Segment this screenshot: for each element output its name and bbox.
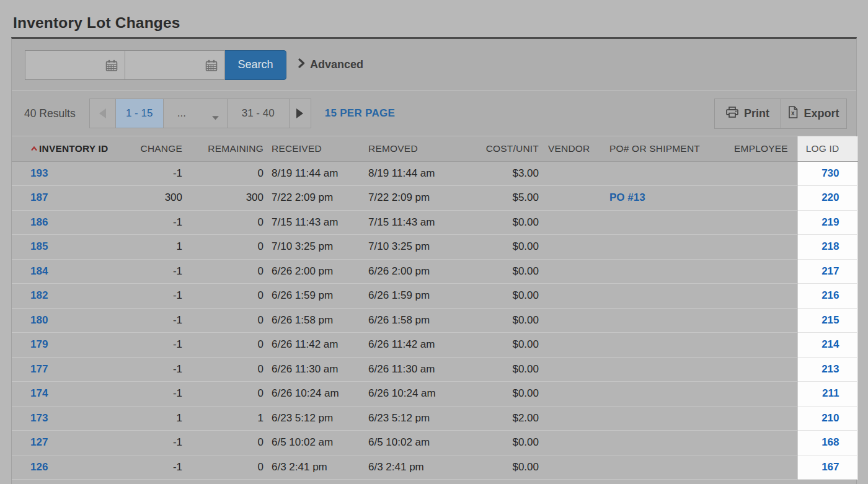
log_id-cell: 214 (797, 333, 857, 358)
svg-text:x: x (791, 110, 795, 117)
log_id-link[interactable]: 216 (822, 289, 839, 301)
inventory_id-link[interactable]: 184 (30, 265, 48, 277)
log_id-link[interactable]: 730 (822, 167, 839, 179)
column-header-vendor[interactable]: VENDOR (546, 136, 605, 161)
po_or_shipment-cell (605, 357, 720, 382)
search-button[interactable]: Search (224, 50, 286, 80)
column-header-removed[interactable]: REMOVED (363, 136, 469, 161)
inventory_id-cell: 186 (12, 210, 125, 235)
log_id-cell: 210 (797, 406, 857, 431)
cost_unit-cell: $0.00 (469, 333, 546, 358)
next-page-button[interactable] (290, 99, 311, 128)
inventory_id-link[interactable]: 179 (30, 338, 48, 350)
inventory_id-link[interactable]: 127 (30, 436, 48, 448)
previous-page-button[interactable] (90, 99, 116, 128)
sort-ascending-caret-icon (30, 143, 38, 154)
column-header-change[interactable]: CHANGE (125, 136, 182, 161)
date-from-input[interactable] (25, 51, 125, 79)
log_id-link[interactable]: 214 (822, 338, 839, 350)
column-header-cost_unit[interactable]: COST/UNIT (469, 136, 546, 161)
cost_unit-cell: $0.00 (469, 382, 546, 407)
page-range-dropdown[interactable]: ... (164, 99, 228, 128)
vendor-cell (546, 284, 605, 309)
advanced-toggle[interactable]: Advanced (298, 58, 363, 71)
log_id-link[interactable]: 220 (822, 191, 839, 203)
removed-cell: 6/26 1:59 pm (363, 284, 469, 309)
vendor-cell (546, 186, 605, 211)
date-to-input[interactable] (125, 51, 224, 79)
log_id-link[interactable]: 219 (822, 216, 839, 228)
employee-cell (720, 308, 797, 333)
column-header-po_or_shipment[interactable]: PO# OR SHIPMENT (605, 136, 720, 161)
triangle-right-icon (296, 108, 303, 118)
remaining-cell: 0 (182, 357, 264, 382)
inventory_id-link[interactable]: 177 (30, 363, 48, 375)
inventory_id-link[interactable]: 180 (30, 314, 48, 326)
table-row: 186-107/15 11:43 am7/15 11:43 am$0.00219 (12, 210, 857, 235)
po_or_shipment-link[interactable]: PO #13 (609, 191, 645, 203)
table-row: 1873003007/22 2:09 pm7/22 2:09 pm$5.00PO… (12, 186, 857, 211)
page-range-last[interactable]: 31 - 40 (228, 99, 290, 128)
log_id-link[interactable]: 218 (822, 240, 839, 252)
column-header-label: INVENTORY ID (39, 143, 108, 154)
table-body: 193-108/19 11:44 am8/19 11:44 am$3.00730… (12, 161, 857, 480)
inventory_id-cell: 177 (12, 357, 125, 382)
inventory_id-cell: 187 (12, 186, 125, 211)
per-page-link[interactable]: 15 PER PAGE (325, 107, 396, 120)
log_id-link[interactable]: 213 (822, 363, 839, 375)
log_id-link[interactable]: 210 (822, 412, 839, 424)
change-cell: 300 (125, 186, 182, 211)
received-cell: 6/26 1:59 pm (264, 284, 363, 309)
column-header-log_id[interactable]: LOG ID (797, 136, 857, 161)
column-header-received[interactable]: RECEIVED (264, 136, 363, 161)
date-to-field[interactable] (125, 50, 225, 80)
inventory_id-link[interactable]: 173 (30, 412, 48, 424)
page-range-current[interactable]: 1 - 15 (116, 99, 164, 128)
inventory_id-link[interactable]: 174 (30, 387, 48, 399)
print-button[interactable]: Print (715, 99, 781, 128)
date-from-field[interactable] (25, 50, 125, 80)
column-header-remaining[interactable]: REMAINING (182, 136, 264, 161)
table-header-row: INVENTORY IDCHANGEREMAININGRECEIVEDREMOV… (12, 136, 857, 161)
log_id-link[interactable]: 217 (822, 265, 839, 277)
export-label: Export (804, 107, 839, 120)
employee-cell (720, 235, 797, 260)
print-label: Print (744, 107, 769, 120)
page-title: Inventory Lot Changes (13, 14, 857, 32)
log_id-link[interactable]: 167 (822, 461, 839, 473)
change-cell: -1 (125, 161, 182, 186)
caret-down-icon (211, 112, 219, 124)
vendor-cell (546, 161, 605, 186)
log_id-link[interactable]: 215 (822, 314, 839, 326)
employee-cell (720, 210, 797, 235)
inventory_id-link[interactable]: 126 (30, 461, 48, 473)
employee-cell (720, 284, 797, 309)
table-row: 127-106/5 10:02 am6/5 10:02 am$0.00168 (12, 431, 857, 455)
table-row: 177-106/26 11:30 am6/26 11:30 am$0.00213 (12, 357, 857, 382)
inventory_id-cell: 179 (12, 333, 125, 358)
log_id-link[interactable]: 168 (822, 436, 839, 448)
removed-cell: 6/26 1:58 pm (363, 308, 469, 333)
vendor-cell (546, 333, 605, 358)
inventory_id-link[interactable]: 185 (30, 240, 48, 252)
log_id-link[interactable]: 211 (822, 387, 839, 399)
inventory_id-link[interactable]: 182 (30, 289, 48, 301)
vendor-cell (546, 431, 605, 455)
column-header-inventory_id[interactable]: INVENTORY ID (12, 136, 125, 161)
export-button[interactable]: x Export (781, 99, 846, 128)
change-cell: -1 (125, 284, 182, 309)
employee-cell (720, 259, 797, 284)
inventory_id-link[interactable]: 187 (30, 191, 48, 203)
employee-cell (720, 455, 797, 480)
cost_unit-cell: $0.00 (469, 357, 546, 382)
received-cell: 6/26 10:24 am (264, 382, 363, 407)
column-header-employee[interactable]: EMPLOYEE (720, 136, 797, 161)
page-range-gap-label: ... (177, 107, 186, 120)
inventory_id-link[interactable]: 193 (30, 167, 48, 179)
change-cell: 1 (125, 406, 182, 431)
inventory_id-link[interactable]: 186 (30, 216, 48, 228)
advanced-label: Advanced (310, 58, 363, 71)
column-header-label: COST/UNIT (486, 143, 539, 154)
table-row: 184-106/26 2:00 pm6/26 2:00 pm$0.00217 (12, 259, 857, 284)
po_or_shipment-cell (605, 455, 720, 480)
